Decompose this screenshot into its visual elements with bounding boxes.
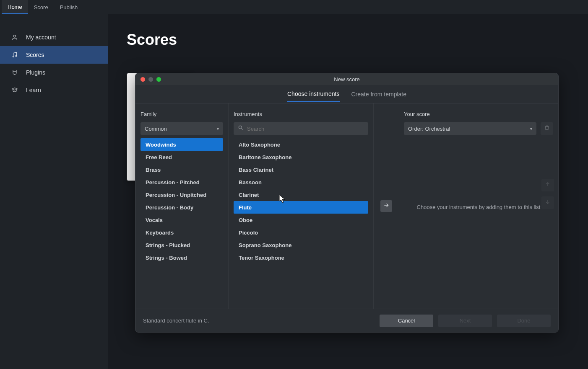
arrow-down-icon (545, 199, 551, 206)
sidebar-item-label: My account (26, 34, 56, 41)
instrument-item[interactable]: Alto Saxophone (234, 138, 368, 151)
family-item-percussion-pitched[interactable]: Percussion - Pitched (140, 176, 223, 188)
chevron-down-icon: ▾ (217, 126, 219, 131)
instrument-item[interactable]: Clarinet (234, 188, 368, 201)
svg-point-0 (13, 35, 16, 37)
zoom-dot[interactable] (156, 77, 161, 82)
your-score-column: Your score Order: Orchestral ▾ Choose yo… (399, 103, 558, 309)
topnav-score[interactable]: Score (28, 0, 54, 14)
instrument-item[interactable]: Flute (234, 201, 368, 214)
dialog-body: Family Common ▾ Woodwinds Free Reed Bras… (135, 103, 558, 309)
family-item-keyboards[interactable]: Keyboards (140, 226, 223, 239)
move-up-button[interactable] (541, 179, 554, 191)
instrument-item[interactable]: Soprano Saxophone (234, 239, 368, 251)
dialog-title: New score (135, 76, 558, 83)
dialog-titlebar: New score (135, 73, 558, 85)
family-item-woodwinds[interactable]: Woodwinds (140, 138, 223, 151)
family-item-strings-plucked[interactable]: Strings - Plucked (140, 239, 223, 251)
sidebar-item-label: Learn (26, 87, 41, 93)
cancel-button[interactable]: Cancel (380, 315, 433, 327)
minimize-dot[interactable] (148, 77, 153, 82)
sidebar-item-scores[interactable]: Scores (0, 46, 108, 64)
family-item-free-reed[interactable]: Free Reed (140, 151, 223, 163)
instrument-item[interactable]: Oboe (234, 214, 368, 226)
topnav-home[interactable]: Home (2, 0, 28, 14)
instruments-search[interactable] (234, 122, 368, 135)
your-score-heading: Your score (404, 111, 553, 117)
tab-choose-instruments[interactable]: Choose instruments (287, 86, 340, 102)
topnav-publish[interactable]: Publish (54, 0, 84, 14)
move-down-button[interactable] (541, 196, 554, 209)
instruments-list: Alto Saxophone Baritone Saxophone Bass C… (234, 138, 368, 264)
instruments-column: Instruments Alto Saxophone Baritone Saxo… (229, 103, 374, 309)
close-dot[interactable] (140, 77, 145, 82)
score-order-select[interactable]: Order: Orchestral ▾ (404, 122, 536, 135)
instrument-item[interactable]: Bass Clarinet (234, 163, 368, 176)
dialog-tabs: Choose instruments Create from template (135, 85, 558, 103)
family-filter-select[interactable]: Common ▾ (140, 122, 223, 135)
instruments-search-input[interactable] (247, 126, 364, 132)
done-button[interactable]: Done (497, 315, 551, 327)
remove-instrument-button[interactable] (541, 122, 553, 135)
selected-instrument-description: Standard concert flute in C. (143, 317, 375, 324)
sidebar: My account Scores Plugins Learn (0, 14, 108, 369)
new-score-dialog: New score Choose instruments Create from… (135, 73, 559, 333)
family-item-percussion-body[interactable]: Percussion - Body (140, 201, 223, 214)
instruments-heading: Instruments (234, 111, 368, 117)
instrument-item[interactable]: Bassoon (234, 176, 368, 188)
family-item-percussion-unpitched[interactable]: Percussion - Unpitched (140, 188, 223, 201)
sidebar-item-label: Scores (26, 52, 44, 58)
search-icon (238, 125, 244, 132)
learn-icon (11, 86, 18, 94)
sidebar-item-my-account[interactable]: My account (0, 28, 108, 46)
user-icon (11, 34, 18, 41)
chevron-down-icon: ▾ (530, 126, 532, 131)
family-item-vocals[interactable]: Vocals (140, 214, 223, 226)
family-heading: Family (140, 111, 223, 117)
family-filter-value: Common (145, 126, 167, 132)
top-nav: Home Score Publish (0, 0, 588, 14)
sidebar-item-plugins[interactable]: Plugins (0, 64, 108, 81)
sidebar-item-label: Plugins (26, 69, 45, 76)
your-score-empty-text: Choose your instruments by adding them t… (399, 204, 558, 210)
svg-point-2 (16, 55, 17, 57)
svg-point-1 (13, 56, 14, 57)
instrument-item[interactable]: Piccolo (234, 226, 368, 239)
sidebar-item-learn[interactable]: Learn (0, 81, 108, 99)
dialog-footer: Standard concert flute in C. Cancel Next… (135, 309, 558, 332)
family-list: Woodwinds Free Reed Brass Percussion - P… (140, 138, 223, 264)
family-item-brass[interactable]: Brass (140, 163, 223, 176)
trash-icon (544, 125, 550, 132)
family-column: Family Common ▾ Woodwinds Free Reed Bras… (135, 103, 229, 309)
add-column (374, 103, 399, 309)
instrument-item[interactable]: Tenor Saxophone (234, 251, 368, 264)
tab-create-from-template[interactable]: Create from template (351, 87, 407, 102)
plugin-icon (11, 69, 18, 76)
score-order-value: Order: Orchestral (408, 126, 450, 132)
family-item-strings-bowed[interactable]: Strings - Bowed (140, 251, 223, 264)
svg-point-3 (239, 126, 242, 129)
window-traffic-lights (140, 77, 161, 82)
arrow-up-icon (545, 181, 551, 189)
next-button[interactable]: Next (438, 315, 492, 327)
instrument-item[interactable]: Baritone Saxophone (234, 151, 368, 163)
add-instrument-button[interactable] (380, 200, 392, 212)
arrow-right-icon (383, 202, 390, 210)
music-icon (11, 51, 18, 59)
page-title: Scores (127, 31, 570, 49)
